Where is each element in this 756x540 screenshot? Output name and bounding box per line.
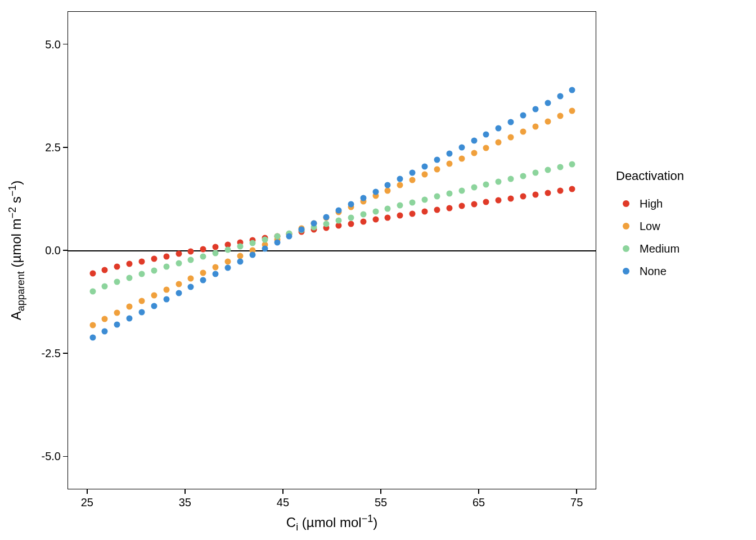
data-point	[532, 106, 538, 112]
data-point	[127, 261, 133, 267]
x-axis-title-text: Ci (µmol mol−1)	[286, 515, 377, 530]
data-point	[89, 322, 96, 328]
data-point	[335, 208, 341, 214]
y-tick-mark	[63, 250, 68, 251]
data-point	[114, 264, 120, 270]
data-point	[200, 246, 206, 253]
data-point	[274, 239, 280, 245]
data-point	[434, 206, 440, 213]
data-point	[385, 187, 391, 194]
data-point	[213, 244, 219, 250]
y-tick-mark	[63, 44, 68, 45]
data-point	[114, 279, 120, 285]
data-point	[422, 163, 428, 169]
data-point	[520, 129, 526, 135]
data-point	[557, 188, 563, 194]
data-point	[544, 100, 551, 106]
data-point	[471, 138, 477, 144]
data-point	[188, 256, 194, 263]
data-point	[508, 119, 514, 125]
data-point	[139, 298, 145, 304]
x-tick-label: 35	[179, 496, 191, 509]
data-point	[139, 309, 145, 315]
data-point	[397, 182, 403, 188]
data-point	[458, 144, 465, 150]
data-point	[335, 218, 341, 224]
x-tick-mark	[576, 489, 577, 494]
legend-dot-icon	[623, 223, 629, 230]
legend-dot-icon	[623, 200, 629, 207]
legend-item-low: Low	[616, 215, 745, 237]
data-point	[163, 253, 169, 259]
data-point	[520, 112, 526, 119]
data-point	[532, 124, 538, 130]
data-point	[496, 125, 502, 131]
data-point	[544, 190, 551, 196]
data-point	[299, 227, 305, 233]
data-point	[323, 214, 330, 220]
data-point	[151, 256, 157, 262]
data-point	[434, 166, 440, 172]
data-point	[422, 196, 428, 202]
y-tick-label: -5.0	[42, 450, 61, 463]
data-point	[422, 209, 428, 215]
data-point	[557, 93, 563, 100]
data-point	[385, 214, 391, 220]
data-point	[114, 322, 120, 328]
data-point	[213, 271, 219, 277]
data-point	[372, 217, 379, 223]
data-point	[569, 107, 575, 114]
legend-items: HighLowMediumNone	[616, 192, 745, 282]
data-point	[163, 286, 169, 292]
data-point	[446, 161, 452, 167]
data-point	[225, 246, 231, 253]
data-point	[286, 233, 292, 239]
data-point	[127, 316, 133, 322]
legend-item-none: None	[616, 260, 745, 282]
legend-dot-icon	[623, 245, 629, 252]
legend-label: Medium	[640, 242, 680, 255]
data-point	[213, 264, 219, 270]
x-tick-mark	[184, 489, 186, 494]
data-point	[323, 220, 330, 227]
data-point	[311, 220, 317, 226]
data-point	[508, 195, 514, 201]
data-point	[102, 328, 108, 334]
y-axis-title-text: Aapparent (µmol m−2 s−1)	[8, 181, 24, 321]
data-point	[410, 210, 416, 217]
data-point	[496, 140, 502, 146]
data-point	[151, 267, 157, 273]
y-axis: -5.0-2.50.02.55.0	[34, 11, 68, 489]
x-tick-label: 75	[570, 496, 583, 509]
data-point	[557, 113, 563, 119]
data-point	[397, 213, 403, 219]
data-point	[483, 145, 489, 151]
data-point	[434, 157, 440, 163]
legend-label: High	[640, 197, 663, 210]
data-point	[385, 205, 391, 212]
plot-area	[68, 11, 596, 489]
data-point	[372, 209, 379, 215]
data-point	[372, 188, 379, 195]
data-point	[249, 252, 255, 258]
data-point	[114, 309, 120, 316]
data-point	[225, 264, 231, 271]
data-point	[397, 176, 403, 182]
data-point	[544, 118, 551, 124]
data-point	[102, 316, 108, 322]
data-point	[446, 150, 452, 156]
data-point	[496, 178, 502, 184]
chart-container: Aapparent (µmol m−2 s−1) -5.0-2.50.02.55…	[0, 0, 756, 540]
data-point	[446, 190, 452, 196]
data-point	[176, 260, 182, 267]
data-point	[471, 184, 477, 191]
data-point	[569, 87, 575, 93]
data-point	[360, 218, 366, 224]
x-tick-label: 25	[81, 496, 93, 509]
x-axis-title: Ci (µmol mol−1)	[68, 513, 596, 533]
data-point	[410, 169, 416, 176]
data-point	[139, 271, 145, 277]
data-point	[176, 251, 182, 257]
data-point	[410, 199, 416, 205]
x-tick-mark	[478, 489, 479, 494]
